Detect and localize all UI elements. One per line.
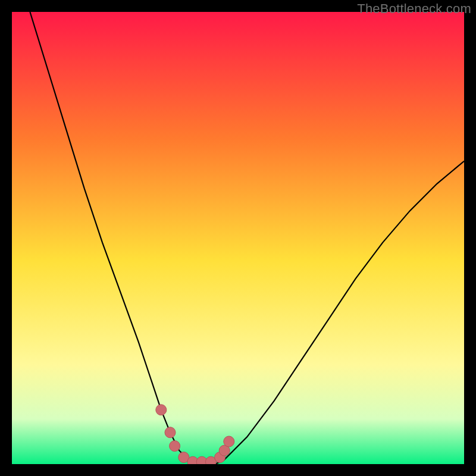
curve-marker [224, 436, 234, 447]
curve-marker [170, 441, 180, 452]
gradient-background [12, 12, 464, 464]
curve-marker [165, 427, 176, 438]
curve-marker [156, 405, 167, 415]
chart-svg [12, 12, 464, 464]
chart-frame [12, 12, 464, 464]
watermark-text: TheBottleneck.com [357, 1, 471, 17]
